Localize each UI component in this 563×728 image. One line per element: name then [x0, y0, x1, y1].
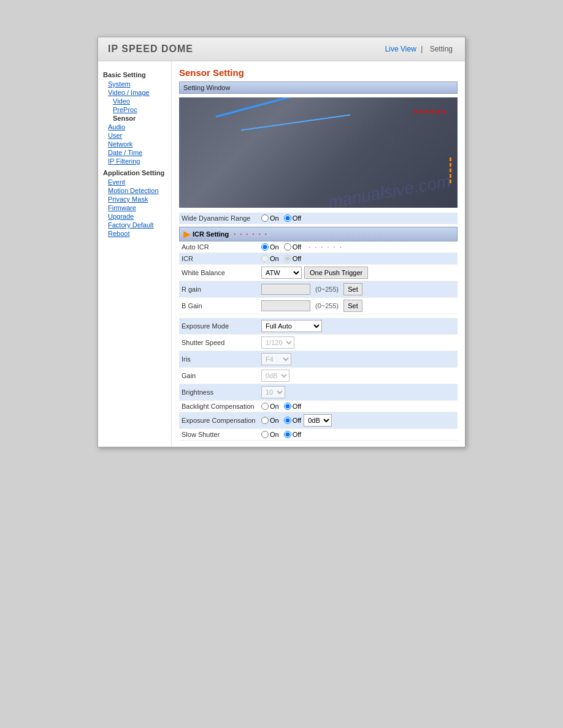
sidebar-item-system[interactable]: System [103, 80, 166, 88]
slow-shutter-off-label[interactable]: Off [284, 431, 301, 438]
iris-controls: F4 F5.6 F8 [261, 353, 455, 365]
slow-shutter-on-label[interactable]: On [261, 431, 279, 438]
nav-separator: | [421, 45, 423, 53]
camera-image-container: manualsive.com [179, 97, 458, 208]
white-balance-controls: ATW AWB Manual Indoor Outdoor One Push T… [261, 267, 455, 279]
sidebar-item-event[interactable]: Event [103, 178, 166, 186]
gain-label: Gain [182, 372, 261, 379]
b-gain-input[interactable] [261, 300, 310, 311]
header-title: IP SPEED DOME [108, 44, 193, 55]
brightness-controls: 10 20 30 [261, 386, 455, 398]
icr-dashed-dots: · · · · · · [234, 230, 268, 238]
sidebar-item-date-time[interactable]: Date / Time [103, 148, 166, 157]
backlight-comp-off-radio[interactable] [284, 403, 291, 410]
icr-setting-header: ▶ ICR Setting · · · · · · [179, 227, 458, 241]
shutter-speed-controls: 1/120 1/60 1/30 [261, 336, 455, 349]
sidebar-item-network[interactable]: Network [103, 140, 166, 148]
one-push-trigger-button[interactable]: One Push Trigger [304, 267, 368, 279]
row-iris: Iris F4 F5.6 F8 [179, 351, 458, 368]
b-gain-set-button[interactable]: Set [343, 300, 362, 312]
exposure-comp-on-radio[interactable] [261, 417, 269, 424]
icr-on-radio[interactable] [261, 255, 269, 262]
sidebar-item-motion-detection[interactable]: Motion Detection [103, 186, 166, 195]
backlight-comp-on-label[interactable]: On [261, 403, 279, 410]
wdr-off-text: Off [293, 214, 301, 222]
backlight-comp-label: Backlight Compensation [182, 403, 261, 410]
icr-setting-label: ICR Setting [193, 230, 229, 238]
header: IP SPEED DOME Live View | Setting [98, 37, 465, 61]
backlight-comp-off-label[interactable]: Off [284, 403, 301, 410]
setting-label: Setting [430, 45, 453, 53]
r-gain-input[interactable] [261, 284, 310, 295]
icr-on-text: On [270, 255, 279, 262]
b-gain-controls: (0~255) Set [261, 300, 455, 312]
iris-select[interactable]: F4 F5.6 F8 [261, 353, 291, 365]
auto-icr-off-radio[interactable] [284, 243, 291, 251]
slow-shutter-on-text: On [270, 431, 279, 438]
brightness-label: Brightness [182, 389, 261, 396]
sidebar-item-privacy-mask[interactable]: Privacy Mask [103, 195, 166, 203]
shutter-speed-select[interactable]: 1/120 1/60 1/30 [261, 336, 294, 349]
wdr-on-radio[interactable] [261, 214, 269, 222]
exposure-comp-on-text: On [270, 417, 279, 424]
slow-shutter-off-radio[interactable] [284, 431, 291, 438]
page-container: IP SPEED DOME Live View | Setting Basic … [98, 37, 465, 447]
wdr-off-label[interactable]: Off [284, 214, 301, 222]
exposure-mode-controls: Full Auto Manual Shutter Priority Iris P… [261, 320, 455, 332]
white-balance-select[interactable]: ATW AWB Manual Indoor Outdoor [261, 267, 302, 279]
application-setting-title: Application Setting [103, 169, 166, 176]
backlight-comp-on-text: On [270, 403, 279, 410]
sidebar-item-audio[interactable]: Audio [103, 123, 166, 131]
exposure-mode-select[interactable]: Full Auto Manual Shutter Priority Iris P… [261, 320, 322, 332]
icr-on-label[interactable]: On [261, 255, 279, 262]
row-white-balance: White Balance ATW AWB Manual Indoor Outd… [179, 265, 458, 281]
main-layout: Basic Setting System Video / Image Video… [98, 61, 465, 447]
sidebar-item-firmware[interactable]: Firmware [103, 203, 166, 212]
r-gain-set-button[interactable]: Set [343, 283, 362, 295]
sidebar-item-video-image[interactable]: Video / Image [103, 88, 166, 97]
exposure-comp-off-label[interactable]: Off [284, 417, 301, 424]
gain-select[interactable]: 0dB 3dB 6dB [261, 370, 289, 382]
live-view-link[interactable]: Live View [385, 45, 416, 53]
content-area: Sensor Setting Setting Window manualsive… [172, 61, 465, 447]
exposure-comp-off-radio[interactable] [284, 417, 291, 424]
icr-off-label[interactable]: Off [284, 255, 301, 262]
auto-icr-label: Auto ICR [182, 243, 261, 251]
wdr-off-radio[interactable] [284, 214, 291, 222]
r-gain-controls: (0~255) Set [261, 283, 455, 295]
exposure-mode-label: Exposure Mode [182, 322, 261, 330]
auto-icr-on-radio[interactable] [261, 243, 269, 251]
auto-icr-off-label[interactable]: Off [284, 243, 301, 251]
watermark: manualsive.com [326, 172, 452, 208]
auto-icr-off-text: Off [293, 243, 301, 251]
icr-off-radio[interactable] [284, 255, 291, 262]
row-b-gain: B Gain (0~255) Set [179, 298, 458, 314]
sidebar-item-video[interactable]: Video [103, 97, 166, 105]
sidebar-item-factory-default[interactable]: Factory Default [103, 221, 166, 229]
icr-controls: On Off [261, 255, 455, 262]
auto-icr-radio-group: On Off [261, 243, 301, 251]
sidebar-item-upgrade[interactable]: Upgrade [103, 212, 166, 221]
exposure-comp-select[interactable]: 0dB 1dB 2dB 3dB [304, 414, 332, 427]
auto-icr-on-label[interactable]: On [261, 243, 279, 251]
camera-line-blue [216, 97, 335, 118]
sidebar: Basic Setting System Video / Image Video… [98, 61, 172, 447]
row-auto-icr: Auto ICR On Off · · · · · · [179, 241, 458, 253]
backlight-comp-on-radio[interactable] [261, 403, 269, 410]
auto-icr-dots: · · · · · · [308, 243, 343, 251]
icr-label: ICR [182, 255, 261, 262]
row-gain: Gain 0dB 3dB 6dB [179, 368, 458, 384]
wdr-on-label[interactable]: On [261, 214, 279, 222]
exposure-comp-on-label[interactable]: On [261, 417, 279, 424]
backlight-comp-radio-group: On Off [261, 403, 301, 410]
slow-shutter-on-radio[interactable] [261, 431, 269, 438]
sidebar-item-reboot[interactable]: Reboot [103, 229, 166, 238]
iris-label: Iris [182, 355, 261, 363]
row-exposure-mode: Exposure Mode Full Auto Manual Shutter P… [179, 318, 458, 335]
slow-shutter-radio-group: On Off [261, 431, 301, 438]
sidebar-item-preproc[interactable]: PreProc [103, 105, 166, 114]
brightness-select[interactable]: 10 20 30 [261, 386, 285, 398]
r-gain-label: R gain [182, 286, 261, 293]
sidebar-item-ip-filtering[interactable]: IP Filtering [103, 157, 166, 165]
sidebar-item-user[interactable]: User [103, 131, 166, 140]
